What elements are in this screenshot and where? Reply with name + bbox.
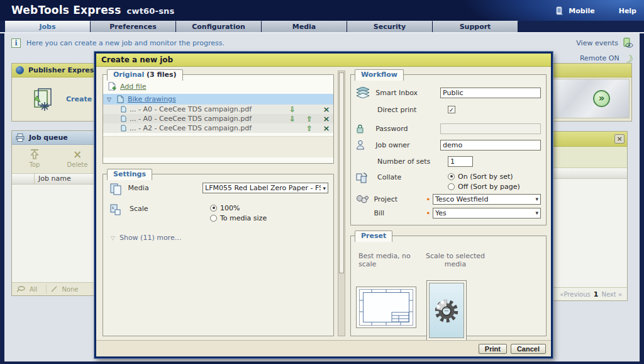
move-up-icon[interactable]: ⇧: [303, 115, 316, 123]
add-file-link[interactable]: Add file: [120, 82, 147, 91]
bill-label: Bill: [374, 209, 433, 217]
next-arrow-button[interactable]: »: [593, 90, 610, 107]
top-bar: WebTools Expresscwt60-sns Mobile Help: [0, 0, 644, 21]
job-queue-select-column: [12, 174, 35, 184]
tab-security[interactable]: Security: [347, 21, 433, 32]
radio-icon[interactable]: [210, 215, 217, 222]
original-file-count: (3 files): [147, 71, 176, 79]
job-owner-icon: [356, 140, 375, 150]
cancel-button[interactable]: Cancel: [511, 344, 546, 354]
file-name: ... - A0 - CeeCee TDS campaign.pdf: [130, 115, 282, 123]
view-events-link[interactable]: View events: [576, 35, 633, 50]
smart-inbox-input[interactable]: [440, 88, 541, 98]
preset-option-2-thumbnail-selected[interactable]: [426, 280, 467, 341]
file-name: ... - A2 - CeeCee TDS campaign.pdf: [130, 124, 282, 132]
direct-print-label: Direct print: [377, 106, 448, 114]
scrollbar-thumb[interactable]: [339, 72, 344, 273]
smart-inbox-label: Smart Inbox: [375, 89, 440, 97]
collate-icon: [356, 172, 377, 185]
tab-jobs[interactable]: Jobs: [5, 21, 91, 32]
close-icon[interactable]: ×: [614, 134, 625, 144]
bill-select-value: Yes: [435, 209, 447, 217]
required-indicator: •: [426, 195, 433, 204]
workflow-tab[interactable]: Workflow: [355, 69, 404, 81]
scale-option-100[interactable]: 100%: [210, 203, 267, 212]
expand-triangle-icon: ▽: [111, 235, 115, 241]
remove-file-icon[interactable]: ×: [319, 123, 333, 133]
publisher-preview-image: »: [552, 79, 630, 118]
show-more-link[interactable]: ▽ Show (11) more...: [111, 234, 333, 242]
project-select[interactable]: Tesco Westfield ▾: [433, 194, 541, 205]
info-icon: i: [11, 38, 21, 48]
dialog-scrollbar[interactable]: [338, 71, 345, 336]
document-group-icon: [117, 95, 124, 103]
move-top-icon: [18, 147, 51, 161]
collate-on-option[interactable]: On (Sort by set): [448, 172, 520, 181]
project-label: Project: [374, 195, 433, 203]
scale-option-100-label: 100%: [220, 204, 240, 212]
radio-icon[interactable]: [210, 205, 217, 212]
workflow-tab-label: Workflow: [361, 71, 397, 79]
publisher-express-title: Publisher Express: [28, 66, 98, 74]
bill-select[interactable]: Yes ▾: [433, 208, 541, 219]
radio-icon[interactable]: [448, 173, 455, 180]
move-up-icon[interactable]: ⇧: [303, 124, 316, 133]
direct-print-checkbox[interactable]: ✓: [448, 106, 455, 113]
top-button[interactable]: Top: [18, 147, 51, 173]
remote-label: Remote ON: [580, 54, 619, 62]
tab-preferences[interactable]: Preferences: [91, 21, 176, 32]
mobile-link[interactable]: Mobile: [569, 7, 594, 15]
printer-icon: [16, 134, 25, 142]
media-select[interactable]: LFM055 Red Label Zero Paper - FSC A0 (84…: [203, 183, 328, 193]
dialog-title: Create a new job: [96, 54, 551, 67]
print-button[interactable]: Print: [479, 344, 507, 354]
settings-tab[interactable]: Settings: [107, 169, 152, 180]
preset-option-1-thumbnail[interactable]: [356, 287, 416, 328]
next-page-link[interactable]: Next »: [601, 291, 622, 298]
select-none-icon: [50, 285, 58, 293]
help-link[interactable]: Help: [619, 7, 636, 15]
remove-file-icon[interactable]: ×: [319, 114, 333, 123]
job-owner-label: Job owner: [375, 141, 440, 149]
file-row[interactable]: ... - A0 - CeeCee TDS campaign.pdf ⇩ ⇧ ×: [103, 114, 333, 123]
file-list: ... - A0 - CeeCee TDS campaign.pdf ⇩ × .…: [103, 105, 333, 133]
radio-icon[interactable]: [448, 183, 455, 190]
file-row[interactable]: ... - A2 - CeeCee TDS campaign.pdf ⇧ ×: [103, 123, 333, 133]
app-title-text: WebTools Express: [11, 4, 121, 16]
gear-image: [432, 296, 461, 325]
scale-icon: k: [109, 203, 130, 216]
move-down-icon[interactable]: ⇩: [286, 115, 299, 123]
job-queue-title: Job queue: [29, 134, 68, 142]
delete-button[interactable]: × Delete: [61, 147, 94, 173]
collate-off-option[interactable]: Off (Sort by page): [448, 182, 520, 191]
preset-tab[interactable]: Preset: [355, 230, 392, 242]
add-file-icon: [108, 82, 116, 91]
workflow-section: Workflow Smart Inbox Direct print ✓: [350, 74, 547, 225]
preset-option-2-label: Scale to selected media: [425, 252, 486, 268]
scale-option-to-media[interactable]: To media size: [210, 213, 267, 222]
move-down-icon[interactable]: ⇩: [286, 105, 299, 114]
password-input[interactable]: [440, 123, 541, 134]
file-group-row[interactable]: ▽ Bike drawings: [103, 94, 333, 105]
previous-page-link[interactable]: «Previous: [560, 291, 590, 298]
select-all-link[interactable]: All: [30, 286, 37, 293]
remove-file-icon[interactable]: ×: [319, 105, 333, 114]
create-job-dialog: Create a new job Original (3 files) Add …: [94, 52, 553, 358]
file-row[interactable]: ... - A0 - CeeCee TDS campaign.pdf ⇩ ×: [103, 105, 333, 114]
scale-option-to-media-label: To media size: [220, 214, 267, 222]
media-select-value: LFM055 Red Label Zero Paper - FSC A0 (84…: [205, 184, 321, 192]
required-indicator: •: [426, 208, 433, 218]
original-empty-area: [103, 136, 333, 157]
job-owner-input[interactable]: [440, 140, 541, 151]
preset-option-1-label: Best media, no scale: [358, 252, 428, 268]
file-group-name[interactable]: Bike drawings: [128, 95, 176, 103]
tab-media[interactable]: Media: [262, 21, 347, 32]
select-none-link[interactable]: None: [62, 286, 78, 293]
tab-configuration[interactable]: Configuration: [176, 21, 262, 32]
collapse-triangle-icon[interactable]: ▽: [107, 96, 113, 103]
preset-section: Preset Best media, no scale Scale to sel…: [350, 236, 547, 336]
delete-button-label: Delete: [61, 161, 94, 168]
tab-support[interactable]: Support: [433, 21, 518, 32]
number-of-sets-input[interactable]: [448, 156, 473, 167]
original-tab[interactable]: Original (3 files): [107, 69, 183, 81]
